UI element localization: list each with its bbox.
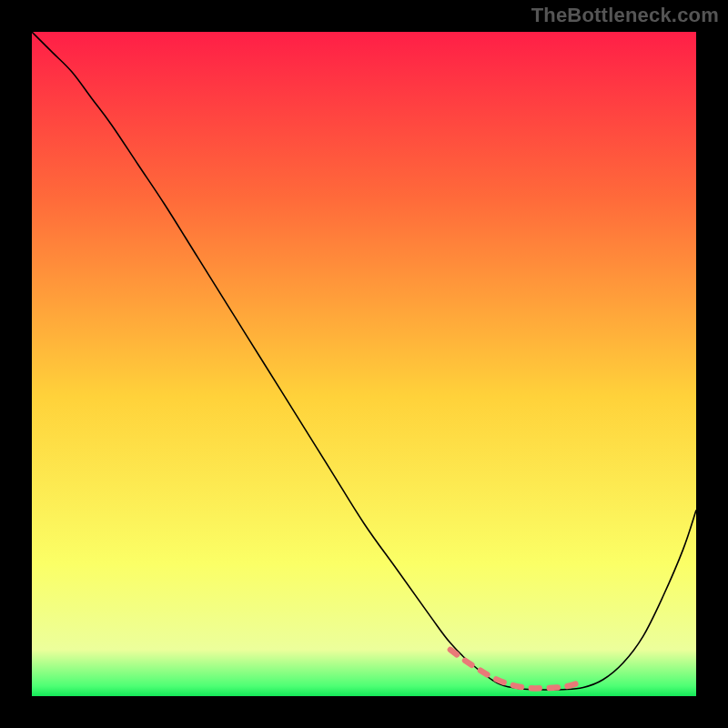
plot-area <box>32 32 696 696</box>
gradient-background <box>32 32 696 696</box>
chart-svg <box>32 32 696 696</box>
chart-frame: TheBottleneck.com <box>0 0 728 728</box>
watermark-label: TheBottleneck.com <box>531 4 719 27</box>
